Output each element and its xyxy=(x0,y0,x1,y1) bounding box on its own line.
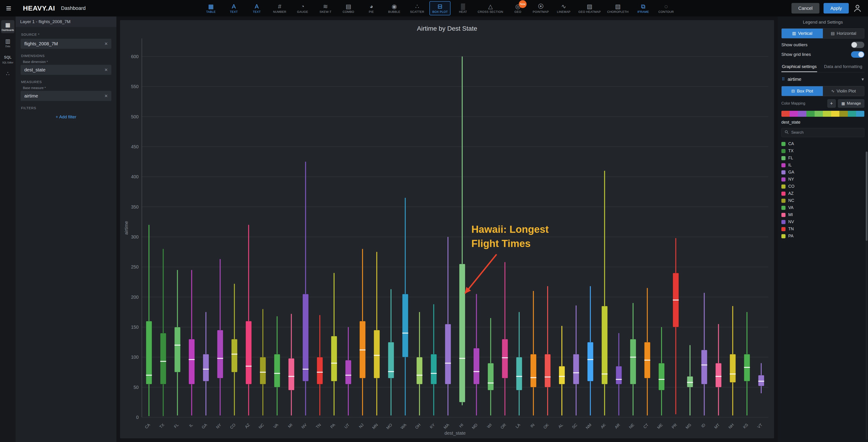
chart-type-table[interactable]: ▦TABLE xyxy=(200,1,221,15)
measure-row[interactable]: ⠿ airtime ▾ xyxy=(781,75,864,83)
chart-type-contour[interactable]: ◌CONTOUR xyxy=(656,1,677,15)
box-id[interactable] xyxy=(701,293,707,415)
box-co[interactable] xyxy=(231,284,238,415)
chart-type-skew-t[interactable]: ≋SKEW-T xyxy=(315,1,336,15)
legend-item-co[interactable]: CO xyxy=(781,183,864,190)
palette-swatch[interactable] xyxy=(831,111,839,117)
chart-type-text[interactable]: ATEXT xyxy=(246,1,267,15)
box-fl[interactable] xyxy=(175,270,180,415)
palette-swatch[interactable] xyxy=(798,111,806,117)
palette-swatch[interactable] xyxy=(789,111,798,117)
box-ct[interactable] xyxy=(644,288,650,415)
box-la[interactable] xyxy=(516,312,522,415)
legend-item-fl[interactable]: FL xyxy=(781,155,864,162)
legend-color-swatch[interactable] xyxy=(781,170,785,174)
plot-type-option-box-plot[interactable]: ⊟Box Plot xyxy=(782,86,823,96)
box-pa[interactable] xyxy=(331,273,337,416)
chart-type-pointmap[interactable]: ⦿POINTMAP xyxy=(530,1,551,15)
clear-dimension-icon[interactable]: × xyxy=(104,67,108,73)
legend-item-nv[interactable]: NV xyxy=(781,218,864,226)
box-mo[interactable] xyxy=(388,289,394,415)
drag-handle-icon[interactable]: ⠿ xyxy=(782,77,785,82)
clear-source-icon[interactable]: × xyxy=(104,41,108,46)
box-mi[interactable] xyxy=(288,314,294,415)
legend-color-swatch[interactable] xyxy=(781,177,785,181)
legend-item-tx[interactable]: TX xyxy=(781,147,864,155)
box-nv[interactable] xyxy=(303,162,309,416)
rail-item-chart[interactable]: ∴ xyxy=(1,69,14,78)
box-ar[interactable] xyxy=(616,333,622,415)
chevron-down-icon[interactable]: ▾ xyxy=(862,76,864,82)
rail-item-dashboards[interactable]: ▦Dashboards xyxy=(1,20,14,33)
chart-type-choropleth[interactable]: ▧CHOROPLETH xyxy=(605,1,631,15)
box-nm[interactable] xyxy=(587,286,593,415)
box-ky[interactable] xyxy=(431,304,437,415)
source-input[interactable]: flights_2008_7M × xyxy=(21,39,112,49)
tab-graphical-settings[interactable]: Graphical settings xyxy=(781,62,817,72)
legend-item-ca[interactable]: CA xyxy=(781,140,864,147)
box-il[interactable] xyxy=(189,270,194,415)
box-or[interactable] xyxy=(502,262,508,415)
box-ga[interactable] xyxy=(203,312,209,415)
box-nj[interactable] xyxy=(360,249,366,415)
legend-item-il[interactable]: IL xyxy=(781,162,864,169)
box-va[interactable] xyxy=(274,316,280,415)
box-ne[interactable] xyxy=(630,303,636,415)
legend-color-swatch[interactable] xyxy=(781,163,785,167)
chart-type-bubble[interactable]: ◉BUBBLE xyxy=(383,1,405,15)
box-nh[interactable] xyxy=(730,306,736,415)
box-vt[interactable] xyxy=(758,363,764,393)
chart-type-text[interactable]: ATEXT xyxy=(223,1,244,15)
user-avatar-icon[interactable] xyxy=(853,4,862,13)
palette-swatch[interactable] xyxy=(815,111,823,117)
chart-type-heat[interactable]: ▒HEAT xyxy=(452,1,473,15)
box-ok[interactable] xyxy=(545,286,551,415)
box-nc[interactable] xyxy=(260,309,266,415)
box-mt[interactable] xyxy=(716,324,721,415)
legend-item-pa[interactable]: PA xyxy=(781,233,864,240)
palette-swatch[interactable] xyxy=(856,111,864,117)
legend-color-swatch[interactable] xyxy=(781,149,785,153)
chart-type-combo[interactable]: ▤COMBO xyxy=(338,1,359,15)
base-measure-input[interactable]: airtime × xyxy=(21,91,112,101)
palette-swatch[interactable] xyxy=(848,111,856,117)
box-wi[interactable] xyxy=(488,318,494,416)
search-input[interactable] xyxy=(791,130,861,135)
clear-measure-icon[interactable]: × xyxy=(104,93,108,99)
rail-item-data[interactable]: ▥Data xyxy=(1,36,14,49)
legend-item-ga[interactable]: GA xyxy=(781,169,864,176)
rail-item-sql-editor[interactable]: SQLSQL Editor xyxy=(1,53,14,66)
boxplot-chart[interactable]: Airtime by Dest State0501001502002503003… xyxy=(120,20,774,438)
apply-button[interactable]: Apply xyxy=(824,3,849,13)
box-sc[interactable] xyxy=(573,305,579,415)
box-ks[interactable] xyxy=(744,312,750,415)
box-al[interactable] xyxy=(559,326,565,415)
legend-color-swatch[interactable] xyxy=(781,234,785,238)
legend-color-swatch[interactable] xyxy=(781,192,785,196)
legend-color-swatch[interactable] xyxy=(781,220,785,224)
chart-type-cross-section[interactable]: △CROSS SECTION xyxy=(475,1,505,15)
legend-color-swatch[interactable] xyxy=(781,156,785,160)
base-dimension-input[interactable]: dest_state × xyxy=(21,65,112,75)
add-filter-link[interactable]: + Add filter xyxy=(21,114,112,120)
box-ny[interactable] xyxy=(217,259,223,415)
legend-color-swatch[interactable] xyxy=(781,199,785,203)
box-wa[interactable] xyxy=(402,198,408,415)
palette-swatch[interactable] xyxy=(806,111,815,117)
legend-color-swatch[interactable] xyxy=(781,227,785,231)
chart-type-iframe[interactable]: ⧉IFRAME xyxy=(633,1,654,15)
cancel-button[interactable]: Cancel xyxy=(792,3,819,13)
chart-type-pie[interactable]: ◕PIE xyxy=(361,1,382,15)
legend-color-swatch[interactable] xyxy=(781,213,785,217)
hamburger-menu-icon[interactable]: ≡ xyxy=(6,4,17,13)
box-md[interactable] xyxy=(473,294,479,415)
plot-type-option-violin-plot[interactable]: ∿Violin Plot xyxy=(823,86,864,96)
palette-swatch[interactable] xyxy=(823,111,831,117)
chart-type-geo-heatmap[interactable]: ▨GEO HEATMAP xyxy=(576,1,603,15)
legend-item-tn[interactable]: TN xyxy=(781,226,864,233)
box-az[interactable] xyxy=(246,225,252,415)
palette-swatch[interactable] xyxy=(839,111,847,117)
add-color-button[interactable]: + xyxy=(828,99,836,108)
legend-scrollbar-thumb[interactable] xyxy=(866,151,868,241)
box-ut[interactable] xyxy=(345,327,351,415)
